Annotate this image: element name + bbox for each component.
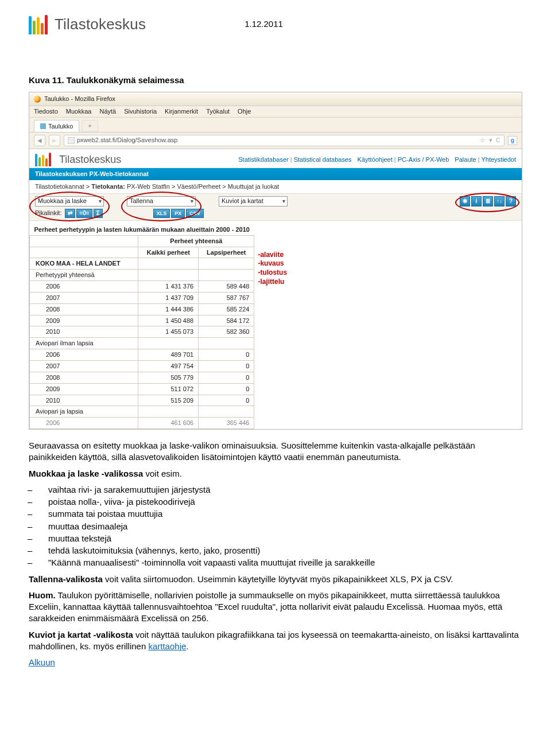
browser-tab[interactable]: Taulukko xyxy=(34,120,79,132)
blue-titlebar: Tilastokeskuksen PX-Web-tietokannat xyxy=(29,168,522,180)
list-item: muuttaa desimaaleja xyxy=(29,521,522,532)
menu-item[interactable]: Muokkaa xyxy=(66,107,92,116)
col-group-header: Perheet yhteensä xyxy=(138,235,254,247)
forward-button[interactable]: ► xyxy=(49,135,60,146)
site-wordmark: Tilastokeskus xyxy=(59,153,121,166)
page-header: Tilastokeskus 1.12.2011 xyxy=(29,14,522,34)
tab-label: Taulukko xyxy=(48,122,73,131)
bookmark-icon[interactable]: ☆ xyxy=(480,136,486,145)
breadcrumb: Tilastotietokannat > Tietokanta: PX-Web … xyxy=(29,180,522,193)
reload-icon[interactable]: C xyxy=(496,136,500,145)
table-row: 2010515 2090 xyxy=(30,395,254,406)
row-group: Perhetyypit yhteensä xyxy=(30,270,138,281)
site-header: Tilastokeskus Statistikdatabaser | Stati… xyxy=(29,149,522,168)
pivot-button[interactable]: ⇄ xyxy=(65,209,75,218)
figure-caption: Kuva 11. Taulukkonäkymä selaimessa xyxy=(29,75,522,86)
footnote-button[interactable]: ✱ xyxy=(460,196,470,206)
table-row: 20061 431 376589 448 xyxy=(30,281,254,293)
toolbar-area: Muokkaa ja laske Tallenna Kuviot ja kart… xyxy=(29,193,522,221)
top-link[interactable]: Statistikdatabaser xyxy=(238,156,288,163)
page-date: 1.12.2011 xyxy=(245,18,283,30)
tilastokeskus-logo-icon xyxy=(29,15,48,34)
row-label: KOKO MAA - HELA LANDET xyxy=(30,258,138,270)
top-link[interactable]: PC-Axis / PX-Web xyxy=(398,156,449,163)
table-row: 2006461 606365 446 xyxy=(30,418,254,429)
table-row: 20081 444 386585 224 xyxy=(30,303,254,315)
sort-button[interactable]: ↑↓ xyxy=(494,196,505,206)
menu-item[interactable]: Näytä xyxy=(99,107,116,116)
feature-list: vaihtaa rivi- ja sarakemuuttujien järjes… xyxy=(29,484,522,569)
remove-zero-button[interactable]: ≡0≡ xyxy=(76,209,92,218)
top-link[interactable]: Palaute xyxy=(455,156,476,163)
search-engine-icon[interactable]: g xyxy=(508,136,517,145)
site-top-links: Statistikdatabaser | Statistical databas… xyxy=(238,155,516,164)
table-title: Perheet perhetyypin ja lasten lukumäärän… xyxy=(30,224,254,235)
paragraph: Huom. Taulukon pyörittämiselle, nollariv… xyxy=(29,590,522,625)
xls-button[interactable]: XLS xyxy=(153,209,170,218)
data-table: Perheet perhetyypin ja lasten lukumäärän… xyxy=(29,224,254,429)
kuviot-group: Kuviot ja kartat xyxy=(219,196,288,206)
muokkaa-group: Muokkaa ja laske xyxy=(35,196,104,206)
firefox-icon xyxy=(34,96,41,103)
table-row: 20101 455 073582 360 xyxy=(30,326,254,338)
table-row: 2008505 7790 xyxy=(30,372,254,383)
sum-button[interactable]: Σ xyxy=(94,209,103,218)
table-row: 2009511 0720 xyxy=(30,383,254,395)
col-header: Kaikki perheet xyxy=(138,247,199,258)
help-button[interactable]: ? xyxy=(506,196,516,206)
browser-menubar: Tiedosto Muokkaa Näytä Sivuhistoria Kirj… xyxy=(29,106,522,118)
url-text: pxweb2.stat.fi/Dialog/Saveshow.asp xyxy=(77,136,178,145)
tallenna-select[interactable]: Tallenna xyxy=(127,196,196,206)
menu-item[interactable]: Tiedosto xyxy=(34,107,58,116)
list-item: vaihtaa rivi- ja sarakemuuttujien järjes… xyxy=(29,484,522,496)
browser-tabbar: Taulukko + xyxy=(29,118,522,133)
info-button[interactable]: i xyxy=(471,196,482,206)
top-link[interactable]: Yhteystiedot xyxy=(481,156,516,163)
annotation-labels: -alaviite -kuvaus -tulostus -lajittelu xyxy=(258,251,287,286)
paragraph: Kuviot ja kartat -valikosta voit näyttää… xyxy=(29,629,522,653)
quick-link-pivot: ⇄ ≡0≡ Σ xyxy=(65,209,102,218)
paragraph: Tallenna-valikosta voit valita siirtomuo… xyxy=(29,574,522,585)
table-row: 20071 437 709587 767 xyxy=(30,292,254,303)
paragraph: Seuraavassa on esitetty muokkaa ja laske… xyxy=(29,440,522,463)
list-item: "Käännä manuaalisesti" -toiminnolla voit… xyxy=(29,557,522,568)
menu-item[interactable]: Kirjanmerkit xyxy=(165,107,198,116)
list-item: poistaa nolla-, viiva- ja pistekoodirive… xyxy=(29,496,522,508)
body-text: Seuraavassa on esitetty muokkaa ja laske… xyxy=(29,440,522,668)
url-bar[interactable]: pxweb2.stat.fi/Dialog/Saveshow.asp ☆ ▾ C xyxy=(64,135,505,146)
list-item: muuttaa tekstejä xyxy=(29,533,522,544)
menu-item[interactable]: Sivuhistoria xyxy=(124,107,157,116)
screenshot-figure: Taulukko - Mozilla Firefox Tiedosto Muok… xyxy=(29,92,522,430)
back-button[interactable]: ◄ xyxy=(34,135,45,146)
menu-item[interactable]: Työkalut xyxy=(206,107,230,116)
kuviot-select[interactable]: Kuviot ja kartat xyxy=(219,196,288,206)
top-link[interactable]: Statistical databases xyxy=(294,156,352,163)
col-header: Lapsiperheet xyxy=(199,247,254,258)
window-title: Taulukko - Mozilla Firefox xyxy=(44,95,115,103)
pikalinkit-label: Pikalinkit: xyxy=(35,209,61,217)
browser-navbar: ◄ ► pxweb2.stat.fi/Dialog/Saveshow.asp ☆… xyxy=(29,133,522,149)
list-item: tehdä laskutoimituksia (vähennys, kerto,… xyxy=(29,545,522,556)
row-group: Aviopari ja lapsia xyxy=(30,406,138,418)
table-row: 2006489 7010 xyxy=(30,349,254,361)
paragraph: Muokkaa ja laske -valikossa voit esim. xyxy=(29,468,522,480)
menu-item[interactable]: Ohje xyxy=(238,107,251,116)
print-button[interactable]: ≣ xyxy=(483,196,493,206)
site-logo-icon xyxy=(35,153,51,166)
alkuun-link[interactable]: Alkuun xyxy=(29,657,55,667)
brand-wordmark: Tilastokeskus xyxy=(55,14,146,34)
px-button[interactable]: PX xyxy=(171,209,185,218)
icon-button-group: ✱ i ≣ ↑↓ ? xyxy=(460,196,516,206)
table-row: 2007497 7540 xyxy=(30,360,254,372)
tab-favicon-icon xyxy=(40,123,46,129)
quick-link-save: XLS PX CSV xyxy=(153,209,204,218)
tallenna-group: Tallenna xyxy=(127,196,196,206)
karttaohje-link[interactable]: karttaohje xyxy=(148,641,186,651)
site-favicon-icon xyxy=(68,137,75,144)
csv-button[interactable]: CSV xyxy=(186,209,204,218)
url-right-icons: ☆ ▾ C xyxy=(480,136,500,145)
new-tab-button[interactable]: + xyxy=(82,120,98,132)
row-group: Aviopari ilman lapsia xyxy=(30,338,138,349)
muokkaa-select[interactable]: Muokkaa ja laske xyxy=(35,196,104,206)
top-link[interactable]: Käyttöohjeet xyxy=(358,156,393,163)
